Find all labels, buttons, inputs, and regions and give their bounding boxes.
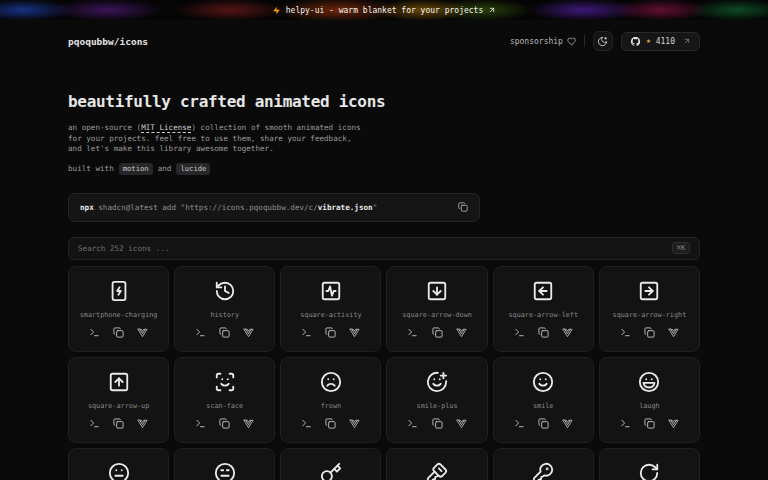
copy-icon[interactable]	[219, 327, 230, 338]
copy-icon[interactable]	[325, 418, 336, 429]
copy-icon[interactable]	[325, 327, 336, 338]
copy-icon[interactable]	[538, 327, 549, 338]
motion-badge[interactable]: motion	[119, 163, 153, 175]
icon-card[interactable]	[386, 448, 487, 480]
terminal-icon[interactable]	[301, 418, 312, 429]
vue-icon[interactable]	[243, 327, 254, 338]
vue-icon[interactable]	[137, 327, 148, 338]
scan-face-icon	[214, 371, 236, 393]
square-arrow-up-icon	[108, 371, 130, 393]
vue-icon[interactable]	[349, 327, 360, 338]
icon-name-label: frown	[321, 402, 341, 410]
github-icon	[630, 36, 641, 47]
icon-card[interactable]: scan-face	[174, 357, 275, 443]
icon-card[interactable]: frown	[280, 357, 381, 443]
smile-plus-icon	[426, 371, 448, 393]
terminal-icon[interactable]	[195, 327, 206, 338]
icon-card[interactable]	[68, 448, 169, 480]
copy-icon[interactable]	[432, 327, 443, 338]
copy-icon[interactable]	[113, 418, 124, 429]
description-text: an open-source (	[68, 123, 141, 132]
card-actions	[69, 418, 168, 429]
square-arrow-down-icon	[426, 280, 448, 302]
terminal-icon[interactable]	[407, 327, 418, 338]
vue-icon[interactable]	[243, 418, 254, 429]
terminal-icon[interactable]	[407, 418, 418, 429]
vue-icon[interactable]	[349, 418, 360, 429]
logo[interactable]: pqoqubbw/icons	[68, 36, 148, 47]
star-icon: ★	[646, 37, 651, 45]
copy-icon[interactable]	[113, 327, 124, 338]
key-square-icon	[426, 462, 448, 480]
github-star-count: 4110	[656, 37, 675, 46]
theme-toggle-button[interactable]	[593, 31, 613, 51]
icon-card[interactable]: laugh	[599, 357, 700, 443]
icon-name-label: square-arrow-down	[402, 311, 472, 319]
icon-card[interactable]	[493, 448, 594, 480]
icon-card[interactable]: square-arrow-up	[68, 357, 169, 443]
icon-card[interactable]	[599, 448, 700, 480]
terminal-icon[interactable]	[514, 418, 525, 429]
icon-card[interactable]: square-arrow-down	[386, 266, 487, 352]
copy-icon[interactable]	[644, 418, 655, 429]
icon-card[interactable]	[280, 448, 381, 480]
page-title: beautifully crafted animated icons	[68, 92, 700, 111]
terminal-icon[interactable]	[620, 327, 631, 338]
vue-icon[interactable]	[562, 327, 573, 338]
icon-card[interactable]: square-activity	[280, 266, 381, 352]
promo-banner[interactable]: helpy-ui - warm blanket for your project…	[0, 0, 768, 20]
icon-name-label: laugh	[639, 402, 659, 410]
icon-card[interactable]: smile	[493, 357, 594, 443]
card-actions	[387, 418, 486, 429]
vue-icon[interactable]	[562, 418, 573, 429]
copy-command-button[interactable]	[458, 202, 468, 212]
vue-icon[interactable]	[137, 418, 148, 429]
icon-card[interactable]: smartphone-charging	[68, 266, 169, 352]
vue-icon[interactable]	[456, 327, 467, 338]
meh-icon	[108, 462, 130, 480]
card-actions	[281, 327, 380, 338]
search-input[interactable]	[78, 244, 666, 253]
icon-grid: smartphone-charging history	[68, 266, 700, 480]
lucide-badge[interactable]: lucide	[176, 163, 210, 175]
key-round-icon	[532, 462, 554, 480]
copy-icon[interactable]	[538, 418, 549, 429]
command-prefix: npx	[80, 203, 94, 212]
card-actions	[175, 327, 274, 338]
copy-icon[interactable]	[219, 418, 230, 429]
copy-icon[interactable]	[644, 327, 655, 338]
terminal-icon[interactable]	[301, 327, 312, 338]
github-stars-button[interactable]: ★ 4110	[621, 32, 700, 51]
card-actions	[494, 418, 593, 429]
and-label: and	[158, 164, 172, 173]
heart-icon	[567, 37, 576, 46]
vue-icon[interactable]	[668, 418, 679, 429]
main-content: beautifully crafted animated icons an op…	[0, 92, 768, 480]
icon-name-label: square-activity	[300, 311, 361, 319]
square-arrow-right-icon	[638, 280, 660, 302]
terminal-icon[interactable]	[89, 327, 100, 338]
icon-card[interactable]: history	[174, 266, 275, 352]
icon-card[interactable]: square-arrow-left	[493, 266, 594, 352]
card-actions	[600, 418, 699, 429]
moon-star-icon	[597, 36, 608, 47]
icon-card[interactable]: square-arrow-right	[599, 266, 700, 352]
sponsorship-link[interactable]: sponsorship	[510, 37, 576, 46]
frown-icon	[320, 371, 342, 393]
mit-license-link[interactable]: MIT License	[141, 123, 191, 132]
icon-name-label: smartphone-charging	[80, 311, 158, 319]
terminal-icon[interactable]	[89, 418, 100, 429]
command-highlight: vibrate.json	[318, 203, 373, 212]
icon-card[interactable]: smile-plus	[386, 357, 487, 443]
search-shortcut-badge: ⌘K	[672, 242, 690, 255]
vue-icon[interactable]	[456, 418, 467, 429]
icon-card[interactable]	[174, 448, 275, 480]
terminal-icon[interactable]	[514, 327, 525, 338]
hero-description: an open-source (MIT License) collection …	[68, 123, 364, 155]
terminal-icon[interactable]	[195, 418, 206, 429]
rotate-cw-icon	[638, 462, 660, 480]
copy-icon[interactable]	[432, 418, 443, 429]
terminal-icon[interactable]	[620, 418, 631, 429]
sponsorship-label: sponsorship	[510, 37, 563, 46]
vue-icon[interactable]	[668, 327, 679, 338]
